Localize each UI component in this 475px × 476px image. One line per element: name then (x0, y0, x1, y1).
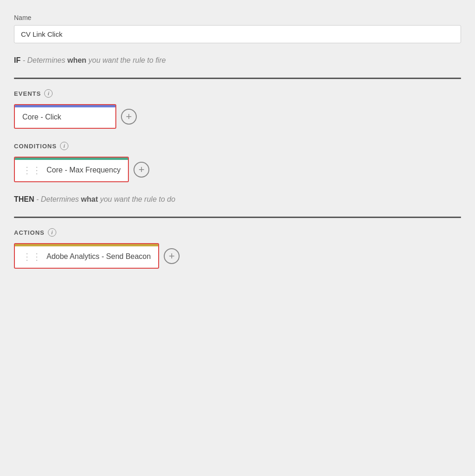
then-divider (14, 217, 461, 218)
conditions-card-row: ⋮⋮ Core - Max Frequency + (14, 157, 461, 182)
actions-card-body: ⋮⋮ Adobe Analytics - Send Beacon (15, 246, 158, 268)
actions-add-button[interactable]: + (164, 248, 180, 264)
page-container: Name IF - Determines when you want the r… (0, 0, 475, 476)
events-card-label: Core - Click (22, 113, 61, 121)
if-divider (14, 78, 461, 79)
actions-card-row: ⋮⋮ Adobe Analytics - Send Beacon + (14, 243, 461, 269)
then-banner: THEN - Determines what you want the rule… (14, 195, 461, 204)
if-banner: IF - Determines when you want the rule t… (14, 56, 461, 65)
conditions-info-icon: i (60, 142, 68, 150)
rule-name-input[interactable] (14, 25, 461, 43)
events-card-row: Core - Click + (14, 104, 461, 129)
conditions-section-header: CONDITIONS i (14, 142, 461, 150)
conditions-card-body: ⋮⋮ Core - Max Frequency (15, 160, 128, 181)
then-keyword: THEN (14, 195, 34, 203)
actions-card[interactable]: ⋮⋮ Adobe Analytics - Send Beacon (14, 243, 159, 269)
if-keyword: IF (14, 56, 20, 64)
if-text: - Determines when you want the rule to f… (23, 56, 166, 64)
conditions-card-label: Core - Max Frequency (47, 166, 120, 174)
conditions-drag-handle[interactable]: ⋮⋮ (22, 165, 42, 175)
events-card-body: Core - Click (15, 107, 115, 128)
conditions-card[interactable]: ⋮⋮ Core - Max Frequency (14, 157, 129, 182)
then-text: - Determines what you want the rule to d… (36, 195, 175, 203)
actions-drag-handle[interactable]: ⋮⋮ (22, 252, 42, 261)
events-info-icon: i (44, 89, 53, 98)
conditions-title: CONDITIONS (14, 143, 57, 150)
name-label: Name (14, 14, 461, 21)
events-title: EVENTS (14, 90, 41, 97)
events-add-button[interactable]: + (121, 109, 137, 125)
actions-section-header: ACTIONS i (14, 228, 461, 237)
actions-info-icon: i (48, 228, 56, 237)
actions-card-label: Adobe Analytics - Send Beacon (47, 252, 151, 261)
events-card[interactable]: Core - Click (14, 104, 116, 129)
conditions-add-button[interactable]: + (134, 162, 149, 178)
events-section-header: EVENTS i (14, 89, 461, 98)
actions-title: ACTIONS (14, 229, 45, 236)
